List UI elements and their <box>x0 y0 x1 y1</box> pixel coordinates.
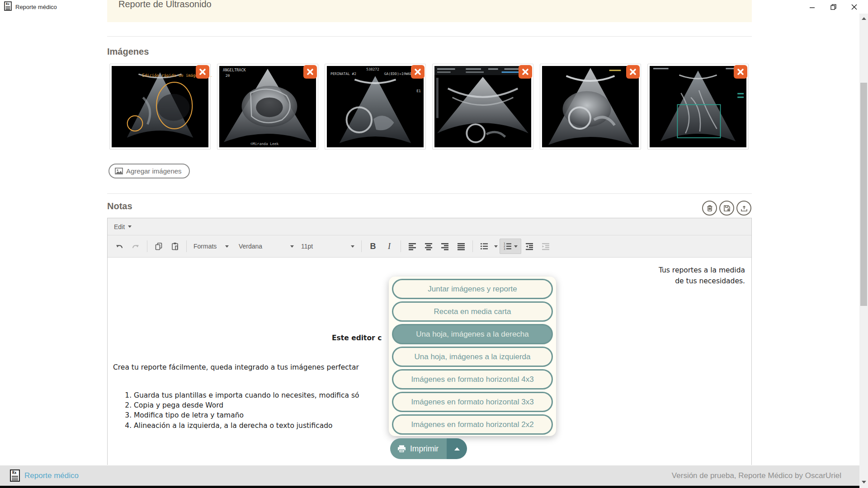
scrollbar-down-arrow[interactable] <box>862 481 866 483</box>
thumbnail-row: Edición rápida de imágenes... ANGELTRACK… <box>109 64 751 150</box>
import-icon <box>740 204 748 212</box>
thumbnail-2[interactable]: ANGELTRACK 20 ©Miranda Leek <box>217 64 318 150</box>
chevron-down-icon <box>290 245 294 248</box>
scrollbar-thumb[interactable] <box>860 83 867 306</box>
print-option-4x3[interactable]: Imágenes en formato horizontal 4x3 <box>392 369 553 389</box>
editor-numbered-list: Guarda tus plantillas e importa cuando l… <box>113 390 359 431</box>
save-icon <box>723 204 731 212</box>
thumbnail-4[interactable] <box>432 64 533 150</box>
align-center-button[interactable] <box>420 239 437 254</box>
bold-button[interactable]: B <box>365 239 381 254</box>
ultrasound-image-5 <box>542 66 639 147</box>
rx-document-icon: Rx <box>10 469 20 482</box>
editor-paragraph-text: Crea tu reporte fácilmente, queda integr… <box>113 363 359 371</box>
close-button[interactable] <box>844 0 864 14</box>
tagline-line2: de tus necesidades. <box>659 276 745 286</box>
print-option-izquierda[interactable]: Una hoja, imágenes a la izquierda <box>392 347 553 367</box>
printer-icon <box>397 445 406 453</box>
print-split-button: Imprimir <box>390 438 467 459</box>
remove-image-6-button[interactable] <box>734 65 747 79</box>
print-option-juntar[interactable]: Juntar imágenes y reporte <box>392 279 553 299</box>
ultrasound-image-3: 538272 PERINATAL #2 GA(EDD)=19W6D E1 <box>327 66 424 147</box>
formats-label: Formats <box>193 243 217 250</box>
print-option-3x3[interactable]: Imágenes en formato horizontal 3x3 <box>392 392 553 412</box>
remove-image-1-button[interactable] <box>196 65 209 79</box>
thumbnail-1[interactable]: Edición rápida de imágenes... <box>109 64 211 150</box>
undo-button[interactable] <box>111 239 127 254</box>
align-right-button[interactable] <box>437 239 453 254</box>
window-scrollbar[interactable] <box>859 14 868 488</box>
toolbar-separator <box>147 240 147 252</box>
divider <box>107 36 752 37</box>
ultrasound-image-6 <box>650 66 746 147</box>
chevron-up-icon <box>454 447 460 450</box>
italic-button[interactable]: I <box>381 239 397 254</box>
image-icon <box>115 168 123 174</box>
report-title-input[interactable]: Reporte de Ultrasonido <box>107 0 752 22</box>
print-option-derecha[interactable]: Una hoja, imágenes a la derecha <box>392 324 553 344</box>
font-size-dropdown[interactable]: 11pt <box>297 239 358 254</box>
thumbnail-3[interactable]: 538272 PERINATAL #2 GA(EDD)=19W6D E1 <box>325 64 426 150</box>
remove-image-3-button[interactable] <box>411 65 425 79</box>
editor-tagline: Tus reportes a la medida de tus necesida… <box>659 265 745 286</box>
report-title-value: Reporte de Ultrasonido <box>107 0 212 9</box>
bullet-list-options-button[interactable] <box>492 239 500 254</box>
ultrasound-image-2: ANGELTRACK 20 ©Miranda Leek <box>219 66 316 147</box>
remove-image-4-button[interactable] <box>519 65 532 79</box>
svg-text:Rx: Rx <box>6 2 9 6</box>
font-family-dropdown[interactable]: Verdana <box>235 239 297 254</box>
trash-icon <box>706 204 714 212</box>
restore-button[interactable] <box>823 0 844 14</box>
svg-text:3: 3 <box>504 247 505 250</box>
numbered-list-button[interactable]: 123 <box>500 239 521 254</box>
align-left-button[interactable] <box>404 239 420 254</box>
toolbar-separator <box>186 240 187 252</box>
footer-brand-link[interactable]: Rx Reporte médico <box>10 469 79 482</box>
editor-menubar: Edit <box>108 218 751 235</box>
scrollbar-up-arrow[interactable] <box>862 17 866 20</box>
ultrasound-image-1: Edición rápida de imágenes... <box>112 66 208 147</box>
delete-notes-button[interactable] <box>702 201 717 216</box>
version-text: Versión de prueba, Reporte Médico by Osc… <box>672 471 841 480</box>
add-images-button[interactable]: Agregar imágenes <box>108 164 190 178</box>
bullet-list-button[interactable] <box>476 239 492 254</box>
remove-image-2-button[interactable] <box>303 65 317 79</box>
save-template-button[interactable] <box>719 201 734 216</box>
minimize-button[interactable] <box>802 0 823 14</box>
font-name-label: Verdana <box>239 243 262 250</box>
thumb2-label: ANGELTRACK <box>223 68 246 72</box>
remove-image-5-button[interactable] <box>626 65 640 79</box>
justify-button[interactable] <box>453 239 469 254</box>
print-dropdown-toggle[interactable] <box>447 438 467 459</box>
list-item: Guarda tus plantillas e importa cuando l… <box>134 390 359 400</box>
edit-menu[interactable]: Edit <box>108 218 138 235</box>
print-option-2x2[interactable]: Imágenes en formato horizontal 2x2 <box>392 414 553 435</box>
formats-dropdown[interactable]: Formats <box>190 239 232 254</box>
list-item: Alineación a la izquierda, a la derecha … <box>134 421 359 431</box>
thumbnail-6[interactable] <box>647 64 749 150</box>
copy-button[interactable] <box>151 239 167 254</box>
bottom-edge-bar <box>0 486 868 488</box>
images-heading: Imágenes <box>107 47 149 57</box>
print-button[interactable]: Imprimir <box>390 438 447 459</box>
thumb3-id: 538272 <box>366 67 379 71</box>
print-option-receta[interactable]: Receta en media carta <box>392 301 553 322</box>
tagline-line1: Tus reportes a la medida <box>659 265 745 276</box>
add-images-label: Agregar imágenes <box>126 167 182 175</box>
thumb3-right-label: GA(EDD)=19W6D <box>384 72 412 76</box>
redo-button[interactable] <box>127 239 144 254</box>
thumbnail-5[interactable] <box>540 64 641 150</box>
paste-button[interactable] <box>167 239 183 254</box>
font-size-label: 11pt <box>301 243 313 250</box>
chevron-down-icon <box>128 225 132 228</box>
chevron-down-icon <box>351 245 354 248</box>
chevron-down-icon <box>225 245 229 248</box>
import-template-button[interactable] <box>736 201 751 216</box>
editor-toolbar: Formats Verdana 11pt B I <box>108 235 751 258</box>
outdent-button[interactable] <box>521 239 538 254</box>
window-title: Reporte médico <box>15 4 57 10</box>
print-options-menu: Juntar imágenes y reporte Receta en medi… <box>389 277 556 436</box>
editor-heading-text: Este editor c <box>332 334 382 342</box>
indent-button[interactable] <box>538 239 554 254</box>
thumb3-e-label: E1 <box>416 89 421 93</box>
